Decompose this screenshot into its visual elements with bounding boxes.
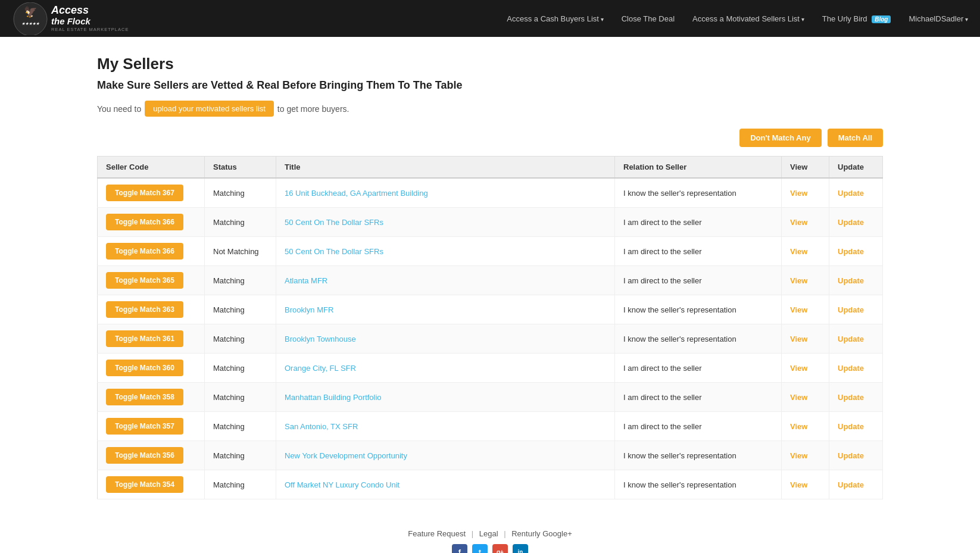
nav-item-motivated-sellers[interactable]: Access a Motivated Sellers List bbox=[692, 14, 804, 23]
view-link[interactable]: View bbox=[790, 305, 807, 314]
facebook-icon[interactable]: f bbox=[452, 544, 467, 553]
status-cell: Matching bbox=[205, 354, 276, 383]
title-link[interactable]: New York Development Opportunity bbox=[285, 451, 407, 460]
upload-sellers-list-button[interactable]: upload your motivated sellers list bbox=[145, 101, 274, 117]
seller-code-cell: Toggle Match 360 bbox=[98, 354, 205, 383]
update-link[interactable]: Update bbox=[838, 218, 864, 227]
match-all-button[interactable]: Match All bbox=[828, 129, 883, 147]
toggle-match-button[interactable]: Toggle Match 366 bbox=[106, 214, 183, 230]
nav-link-close-deal[interactable]: Close The Deal bbox=[622, 14, 675, 23]
title-link[interactable]: Brooklyn Townhouse bbox=[285, 335, 356, 343]
toggle-match-button[interactable]: Toggle Match 361 bbox=[106, 330, 183, 347]
view-link[interactable]: View bbox=[790, 393, 807, 402]
logo[interactable]: 🦅 ★★★★★ Access the Flock Real Estate Mar… bbox=[12, 2, 129, 35]
update-cell: Update bbox=[829, 324, 883, 354]
table-row: Toggle Match 354 Matching Off Market NY … bbox=[98, 470, 883, 499]
status-cell: Matching bbox=[205, 441, 276, 470]
view-link[interactable]: View bbox=[790, 451, 807, 460]
title-cell: Orange City, FL SFR bbox=[276, 354, 615, 383]
update-link[interactable]: Update bbox=[838, 422, 864, 431]
title-link[interactable]: Brooklyn MFR bbox=[285, 305, 333, 314]
view-link[interactable]: View bbox=[790, 480, 807, 489]
title-link[interactable]: San Antonio, TX SFR bbox=[285, 422, 358, 431]
view-cell: View bbox=[782, 295, 829, 324]
nav-item-user[interactable]: MichaelDSadler bbox=[909, 14, 968, 23]
table-row: Toggle Match 363 Matching Brooklyn MFR I… bbox=[98, 295, 883, 324]
view-cell: View bbox=[782, 266, 829, 295]
update-link[interactable]: Update bbox=[838, 364, 864, 373]
table-row: Toggle Match 356 Matching New York Devel… bbox=[98, 441, 883, 470]
status-cell: Matching bbox=[205, 178, 276, 208]
upload-notice-pre: You need to bbox=[97, 104, 141, 114]
seller-code-cell: Toggle Match 358 bbox=[98, 383, 205, 412]
seller-code-cell: Toggle Match 367 bbox=[98, 178, 205, 208]
update-link[interactable]: Update bbox=[838, 335, 864, 343]
view-link[interactable]: View bbox=[790, 218, 807, 227]
update-link[interactable]: Update bbox=[838, 393, 864, 402]
view-cell: View bbox=[782, 324, 829, 354]
footer-link-feature-request[interactable]: Feature Request bbox=[408, 529, 466, 538]
status-cell: Matching bbox=[205, 208, 276, 237]
update-link[interactable]: Update bbox=[838, 305, 864, 314]
update-cell: Update bbox=[829, 266, 883, 295]
title-cell: San Antonio, TX SFR bbox=[276, 412, 615, 441]
title-link[interactable]: 16 Unit Buckhead, GA Apartment Building bbox=[285, 189, 428, 198]
title-link[interactable]: Atlanta MFR bbox=[285, 276, 327, 285]
nav-link-user[interactable]: MichaelDSadler bbox=[909, 14, 968, 23]
update-link[interactable]: Update bbox=[838, 247, 864, 256]
action-bar: Don't Match Any Match All bbox=[97, 129, 883, 147]
linkedin-icon[interactable]: in bbox=[513, 544, 528, 553]
view-link[interactable]: View bbox=[790, 276, 807, 285]
sellers-table: Seller Code Status Title Relation to Sel… bbox=[97, 156, 883, 499]
view-link[interactable]: View bbox=[790, 247, 807, 256]
status-cell: Matching bbox=[205, 266, 276, 295]
title-link[interactable]: Manhattan Building Portfolio bbox=[285, 393, 382, 402]
page-subtitle: Make Sure Sellers are Vetted & Real Befo… bbox=[97, 79, 883, 92]
nav-item-urly-bird[interactable]: The Urly Bird Blog bbox=[822, 14, 891, 23]
upload-notice-post: to get more buyers. bbox=[277, 104, 349, 114]
nav-link-motivated-sellers[interactable]: Access a Motivated Sellers List bbox=[692, 14, 804, 23]
title-cell: Off Market NY Luxury Condo Unit bbox=[276, 470, 615, 499]
toggle-match-button[interactable]: Toggle Match 363 bbox=[106, 301, 183, 318]
seller-code-cell: Toggle Match 363 bbox=[98, 295, 205, 324]
title-cell: 50 Cent On The Dollar SFRs bbox=[276, 237, 615, 266]
dont-match-any-button[interactable]: Don't Match Any bbox=[739, 129, 822, 147]
footer: Feature Request | Legal | Renturly Googl… bbox=[97, 517, 883, 553]
update-link[interactable]: Update bbox=[838, 189, 864, 198]
relation-cell: I am direct to the seller bbox=[615, 237, 782, 266]
footer-links: Feature Request | Legal | Renturly Googl… bbox=[109, 529, 871, 538]
toggle-match-button[interactable]: Toggle Match 354 bbox=[106, 476, 183, 493]
toggle-match-button[interactable]: Toggle Match 366 bbox=[106, 243, 183, 260]
googleplus-icon[interactable]: g+ bbox=[492, 544, 508, 553]
update-link[interactable]: Update bbox=[838, 451, 864, 460]
nav-item-cash-buyers[interactable]: Access a Cash Buyers List bbox=[507, 14, 603, 23]
blog-badge: Blog bbox=[872, 15, 891, 23]
update-link[interactable]: Update bbox=[838, 276, 864, 285]
seller-code-cell: Toggle Match 366 bbox=[98, 237, 205, 266]
footer-link-legal[interactable]: Legal bbox=[479, 529, 498, 538]
nav-link-cash-buyers[interactable]: Access a Cash Buyers List bbox=[507, 14, 603, 23]
title-link[interactable]: Orange City, FL SFR bbox=[285, 364, 356, 373]
view-cell: View bbox=[782, 237, 829, 266]
update-cell: Update bbox=[829, 178, 883, 208]
nav-link-urly-bird[interactable]: The Urly Bird Blog bbox=[822, 14, 891, 23]
toggle-match-button[interactable]: Toggle Match 357 bbox=[106, 418, 183, 435]
toggle-match-button[interactable]: Toggle Match 358 bbox=[106, 389, 183, 405]
toggle-match-button[interactable]: Toggle Match 367 bbox=[106, 185, 183, 201]
title-link[interactable]: Off Market NY Luxury Condo Unit bbox=[285, 480, 400, 489]
view-link[interactable]: View bbox=[790, 364, 807, 373]
relation-cell: I am direct to the seller bbox=[615, 354, 782, 383]
title-link[interactable]: 50 Cent On The Dollar SFRs bbox=[285, 218, 383, 227]
toggle-match-button[interactable]: Toggle Match 360 bbox=[106, 360, 183, 376]
title-link[interactable]: 50 Cent On The Dollar SFRs bbox=[285, 247, 383, 256]
nav-item-close-deal[interactable]: Close The Deal bbox=[622, 14, 675, 23]
toggle-match-button[interactable]: Toggle Match 356 bbox=[106, 447, 183, 464]
view-link[interactable]: View bbox=[790, 422, 807, 431]
seller-code-cell: Toggle Match 361 bbox=[98, 324, 205, 354]
view-link[interactable]: View bbox=[790, 335, 807, 343]
toggle-match-button[interactable]: Toggle Match 365 bbox=[106, 272, 183, 289]
view-link[interactable]: View bbox=[790, 189, 807, 198]
update-link[interactable]: Update bbox=[838, 480, 864, 489]
footer-link-renturly[interactable]: Renturly Google+ bbox=[511, 529, 572, 538]
twitter-icon[interactable]: t bbox=[472, 544, 488, 553]
